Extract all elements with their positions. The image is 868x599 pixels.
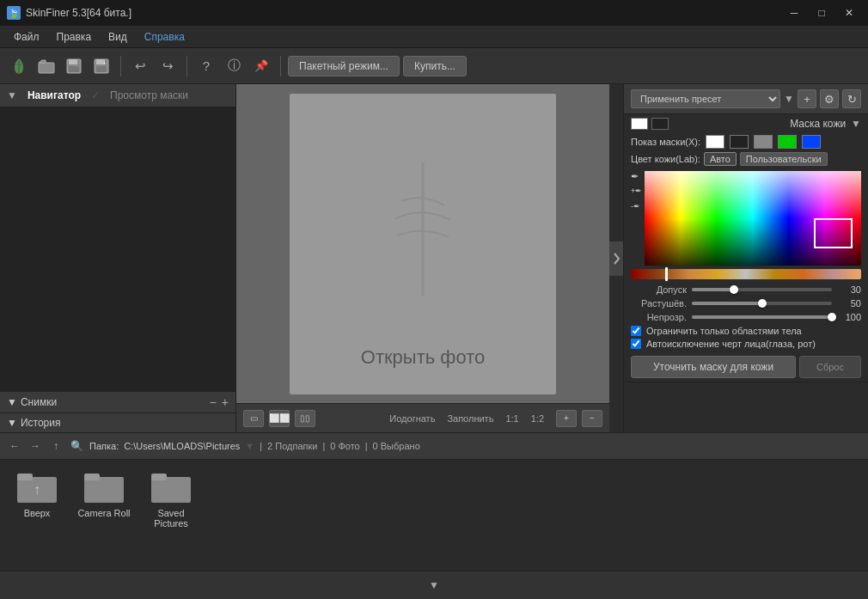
save-icon[interactable] bbox=[62, 54, 86, 78]
view-single-btn[interactable]: ▭ bbox=[243, 410, 264, 427]
zoom-out-btn[interactable]: − bbox=[582, 410, 602, 427]
zoom-in-btn[interactable]: + bbox=[556, 410, 577, 427]
svg-rect-9 bbox=[17, 474, 33, 480]
content-area: ▼ Навигатор ✓ Просмотр маски ▼ Снимки − … bbox=[0, 84, 868, 432]
skin-mask-label: Маска кожи bbox=[790, 118, 846, 130]
history-arrow: ▼ bbox=[7, 417, 17, 429]
mask-swatch-gray[interactable] bbox=[754, 135, 773, 149]
nav-search-btn[interactable]: 🔍 bbox=[69, 438, 84, 454]
file-item-label: Camera Roll bbox=[77, 508, 130, 518]
canvas-open-text[interactable]: Открыть фото bbox=[361, 346, 485, 369]
expand-row: Растушёв. 50 bbox=[631, 298, 861, 309]
menu-view[interactable]: Вид bbox=[100, 29, 136, 45]
buy-button[interactable]: Купить... bbox=[403, 56, 467, 76]
redo-icon[interactable]: ↪ bbox=[156, 54, 180, 78]
hue-bar[interactable] bbox=[631, 269, 861, 279]
selected-count: 0 Выбрано bbox=[373, 441, 420, 451]
tolerance-track[interactable] bbox=[692, 288, 832, 291]
view-split-btn[interactable]: ⬜⬜ bbox=[269, 410, 290, 427]
mask-swatch-black[interactable] bbox=[730, 135, 749, 149]
menu-edit[interactable]: Правка bbox=[48, 29, 101, 45]
skin-mask-dropdown[interactable]: ▼ bbox=[851, 118, 861, 130]
mask-swatch-white[interactable] bbox=[706, 135, 724, 149]
tolerance-thumb[interactable] bbox=[730, 285, 738, 294]
opacity-thumb[interactable] bbox=[828, 313, 836, 321]
navigator-header: ▼ Навигатор ✓ Просмотр маски bbox=[0, 84, 235, 107]
skin-mask-toggle bbox=[631, 118, 669, 130]
remove-color-icon[interactable]: -✒ bbox=[631, 202, 643, 214]
subfolders-count: 2 Подпапки bbox=[267, 441, 317, 451]
opacity-row: Непрозр. 100 bbox=[631, 312, 861, 322]
list-item[interactable]: Camera Roll bbox=[74, 467, 134, 522]
svg-rect-2 bbox=[69, 59, 77, 64]
user-color-btn[interactable]: Пользовательски bbox=[740, 152, 828, 166]
add-color-icon[interactable]: +✒ bbox=[631, 186, 643, 199]
settings-preset-button[interactable]: ⚙ bbox=[820, 89, 839, 108]
zoom-fit-label[interactable]: Иодогнать bbox=[386, 412, 438, 425]
scroll-down-arrow[interactable]: ▼ bbox=[427, 578, 441, 592]
svg-rect-6 bbox=[96, 66, 107, 72]
expand-thumb[interactable] bbox=[758, 299, 767, 308]
navigator-tab[interactable]: Навигатор bbox=[21, 88, 88, 103]
svg-rect-0 bbox=[39, 63, 54, 73]
preset-select[interactable]: Применить пресет bbox=[631, 89, 780, 108]
app-title: SkinFiner 5.3[64 бита.] bbox=[26, 7, 131, 19]
pin-icon[interactable]: 📌 bbox=[249, 54, 273, 78]
folder-icon bbox=[84, 470, 124, 504]
snapshots-remove[interactable]: − bbox=[210, 395, 217, 409]
right-nav-arrow[interactable] bbox=[609, 241, 623, 276]
open-icon[interactable] bbox=[34, 54, 58, 78]
zoom-1-1-label[interactable]: 1:1 bbox=[502, 412, 522, 425]
canvas-area[interactable]: Открыть фото bbox=[236, 84, 609, 403]
nav-forward-btn[interactable]: → bbox=[28, 438, 43, 454]
batch-mode-button[interactable]: Пакетный режим... bbox=[288, 56, 400, 76]
exclude-face-checkbox[interactable] bbox=[631, 339, 641, 349]
view-compare-btn[interactable]: ▯▯ bbox=[295, 410, 315, 427]
color-picker[interactable] bbox=[645, 171, 861, 266]
tolerance-row: Допуск 30 bbox=[631, 284, 861, 295]
nav-up-btn[interactable]: ↑ bbox=[48, 438, 64, 454]
zoom-fill-label[interactable]: Заполнить bbox=[443, 412, 497, 425]
menu-help[interactable]: Справка bbox=[136, 29, 193, 45]
folder-icon bbox=[151, 470, 191, 504]
mask-preview-tab[interactable]: Просмотр маски bbox=[103, 88, 195, 103]
mask-swatch-blue[interactable] bbox=[802, 135, 821, 149]
body-only-checkbox[interactable] bbox=[631, 326, 641, 336]
add-preset-button[interactable]: + bbox=[798, 89, 816, 108]
info-icon[interactable]: ⓘ bbox=[222, 54, 246, 78]
photos-count: 0 Фото bbox=[330, 441, 359, 451]
path-separator: ▼ bbox=[245, 441, 254, 451]
snapshots-header-left: ▼ Снимки bbox=[7, 396, 57, 408]
expand-value: 50 bbox=[837, 298, 861, 309]
folder-path[interactable]: C:\Users\MLOADS\Pictures bbox=[124, 441, 240, 451]
menu-file[interactable]: Файл bbox=[5, 29, 48, 45]
eyedropper-icon[interactable]: ✒ bbox=[631, 171, 643, 183]
snapshots-add[interactable]: + bbox=[222, 395, 229, 409]
close-button[interactable]: ✕ bbox=[837, 4, 861, 21]
preset-bar: Применить пресет ▼ + ⚙ ↻ bbox=[624, 84, 868, 114]
reset-button[interactable]: Сброс bbox=[799, 356, 861, 378]
skin-color-label: Цвет кожи(Lab): bbox=[631, 154, 700, 164]
refine-button[interactable]: Уточнить маску для кожи bbox=[631, 356, 796, 378]
list-item[interactable]: Saved Pictures bbox=[141, 467, 201, 532]
opacity-track[interactable] bbox=[692, 315, 832, 319]
refresh-preset-button[interactable]: ↻ bbox=[842, 89, 861, 108]
menubar: Файл Правка Вид Справка bbox=[0, 26, 868, 48]
expand-track[interactable] bbox=[692, 302, 832, 305]
snapshots-header: ▼ Снимки − + bbox=[0, 392, 235, 413]
svg-rect-13 bbox=[151, 477, 191, 503]
auto-color-btn[interactable]: Авто bbox=[704, 152, 737, 166]
toolbar: + ↩ ↪ ? ⓘ 📌 Пакетный режим... Купить... bbox=[0, 48, 868, 84]
mask-swatch-green[interactable] bbox=[778, 135, 797, 149]
help-icon[interactable]: ? bbox=[194, 54, 218, 78]
exclude-face-row: Автоисключение черт лица(глаза, рот) bbox=[631, 339, 861, 349]
zoom-1-2-label[interactable]: 1:2 bbox=[528, 412, 547, 425]
nav-sep2: | bbox=[365, 441, 368, 451]
undo-icon[interactable]: ↩ bbox=[128, 54, 152, 78]
nav-back-btn[interactable]: ← bbox=[7, 438, 22, 454]
minimize-button[interactable]: ─ bbox=[782, 4, 806, 21]
maximize-button[interactable]: □ bbox=[810, 4, 834, 21]
file-item-label: Вверх bbox=[24, 508, 51, 518]
list-item[interactable]: ↑ Вверх bbox=[7, 467, 67, 522]
save-as-icon[interactable]: + bbox=[89, 54, 113, 78]
